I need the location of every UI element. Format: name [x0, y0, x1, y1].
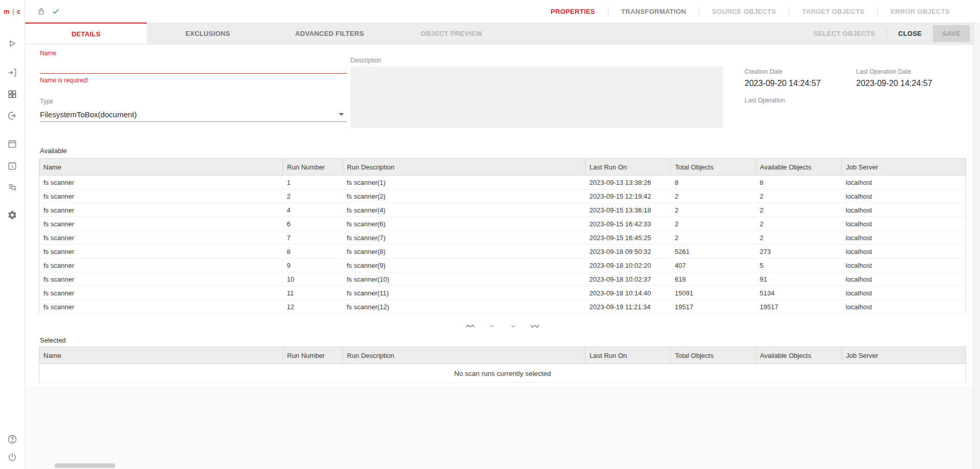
last-operation-date-value: 2023-09-20 14:24:57 — [856, 79, 932, 88]
available-table-header-row: NameRun NumberRun DescriptionLast Run On… — [39, 159, 966, 176]
name-input[interactable] — [40, 59, 347, 74]
nav-error-objects[interactable]: ERROR OBJECTS — [878, 8, 963, 15]
table-cell: fs scanner — [39, 189, 283, 203]
last-operation-label: Last Operation — [745, 97, 785, 104]
settings-icon-button[interactable] — [0, 206, 25, 224]
column-header[interactable]: Total Objects — [671, 347, 756, 364]
tab-object-preview[interactable]: OBJECT PREVIEW — [390, 23, 512, 44]
tab-advanced-filters[interactable]: ADVANCED FILTERS — [269, 23, 390, 44]
table-cell: 8 — [756, 176, 842, 189]
select-objects-button[interactable]: SELECT OBJECTS — [808, 25, 882, 42]
status-icons — [25, 7, 60, 15]
table-cell: fs scanner(4) — [343, 203, 585, 217]
table-cell: fs scanner — [39, 286, 283, 300]
table-row[interactable]: fs scanner2fs scanner(2)2023-09-15 12:19… — [39, 189, 966, 203]
column-header[interactable]: Available Objects — [756, 347, 842, 364]
column-header[interactable]: Last Run On — [585, 347, 671, 364]
nav-source-objects[interactable]: SOURCE OBJECTS — [700, 8, 789, 15]
table-cell: 2023-09-13 13:38:26 — [585, 176, 671, 189]
column-header[interactable]: Job Server — [842, 159, 966, 176]
logs-icon[interactable] — [0, 179, 25, 196]
column-header[interactable]: Available Objects — [756, 159, 842, 176]
type-select[interactable]: FilesystemToBox(document) — [40, 107, 347, 122]
table-row[interactable]: fs scanner6fs scanner(6)2023-09-15 16:42… — [39, 217, 966, 231]
column-header[interactable]: Last Run On — [585, 159, 671, 176]
table-row[interactable]: fs scanner11fs scanner(11)2023-09-18 10:… — [39, 286, 966, 300]
horizontal-scrollbar-thumb[interactable] — [55, 463, 115, 468]
exporters-icon[interactable] — [0, 107, 25, 124]
creation-date-label: Creation Date — [745, 68, 821, 75]
table-cell: fs scanner(12) — [343, 300, 585, 314]
description-input[interactable] — [351, 67, 723, 128]
table-cell: fs scanner(11) — [343, 286, 585, 300]
table-cell: 2 — [671, 217, 756, 231]
play-icon — [7, 38, 17, 49]
table-cell: 12 — [283, 300, 343, 314]
table-cell: 7 — [283, 231, 343, 245]
last-operation-block: Last Operation — [745, 97, 785, 108]
gear-icon — [7, 210, 17, 220]
migration-sets-icon[interactable] — [0, 86, 25, 103]
type-select-value: FilesystemToBox(document) — [40, 110, 137, 119]
available-table: NameRun NumberRun DescriptionLast Run On… — [39, 158, 966, 314]
table-row[interactable]: fs scanner1fs scanner(1)2023-09-13 13:38… — [39, 176, 966, 189]
nav-target-objects[interactable]: TARGET OBJECTS — [789, 8, 877, 15]
save-button[interactable]: SAVE — [933, 25, 970, 42]
column-header[interactable]: Run Description — [343, 347, 585, 364]
vertical-scrollbar-track[interactable] — [973, 23, 980, 469]
scheduler-icon[interactable] — [0, 135, 25, 153]
scroll-down-button[interactable] — [506, 320, 520, 332]
table-row[interactable]: fs scanner12fs scanner(12)2023-09-19 11:… — [39, 300, 966, 314]
table-cell: localhost — [842, 300, 966, 314]
column-header[interactable]: Run Number — [283, 347, 343, 364]
column-header[interactable]: Name — [39, 159, 283, 176]
column-header[interactable]: Run Description — [343, 159, 585, 176]
table-row[interactable]: fs scanner8fs scanner(8)2023-09-18 09:50… — [39, 245, 966, 259]
chevron-down-icon — [339, 113, 344, 116]
column-header[interactable]: Run Number — [283, 159, 343, 176]
table-cell: fs scanner(8) — [343, 245, 585, 259]
table-cell: fs scanner(9) — [343, 259, 585, 272]
scheduled-jobs-icon[interactable]: 5 — [0, 157, 25, 175]
logout-button[interactable] — [0, 449, 25, 466]
table-cell: fs scanner — [39, 203, 283, 217]
table-cell: 2 — [756, 189, 842, 203]
table-cell: 1 — [283, 176, 343, 189]
tabbar: DETAILS EXCLUSIONS ADVANCED FILTERS OBJE… — [25, 23, 980, 45]
login-icon — [7, 68, 17, 78]
table-row[interactable]: fs scanner7fs scanner(7)2023-09-15 16:45… — [39, 231, 966, 245]
nav-transformation[interactable]: TRANSFORMATION — [608, 8, 699, 15]
column-header[interactable]: Total Objects — [671, 159, 756, 176]
column-header[interactable]: Job Server — [842, 347, 966, 364]
run-migration-icon[interactable] — [0, 35, 25, 52]
check-icon — [52, 7, 60, 15]
app-logo: m⋮c — [0, 0, 25, 23]
sidebar: m⋮c 5 — [0, 0, 25, 469]
scroll-to-top-button[interactable] — [463, 320, 477, 332]
table-cell: 5261 — [671, 245, 756, 259]
table-cell: fs scanner(1) — [343, 176, 585, 189]
last-operation-date-label: Last Operation Date — [856, 68, 932, 75]
table-cell: localhost — [842, 176, 966, 189]
action-divider — [886, 29, 887, 38]
importers-icon[interactable] — [0, 64, 25, 81]
description-label: Description — [351, 57, 723, 64]
tab-exclusions[interactable]: EXCLUSIONS — [147, 23, 269, 44]
table-row[interactable]: fs scanner4fs scanner(4)2023-09-15 13:36… — [39, 203, 966, 217]
nav-properties[interactable]: PROPERTIES — [538, 8, 608, 15]
table-cell: fs scanner — [39, 176, 283, 189]
scroll-up-button[interactable] — [485, 320, 499, 332]
table-row[interactable]: fs scanner9fs scanner(9)2023-09-18 10:02… — [39, 259, 966, 272]
table-cell: 2023-09-15 13:36:18 — [585, 203, 671, 217]
grid-icon — [7, 89, 17, 99]
tab-details[interactable]: DETAILS — [25, 23, 147, 44]
double-chevron-up-icon — [465, 323, 476, 330]
table-cell: 2023-09-15 16:45:25 — [585, 231, 671, 245]
table-row[interactable]: fs scanner10fs scanner(10)2023-09-18 10:… — [39, 272, 966, 286]
close-button[interactable]: CLOSE — [892, 25, 928, 42]
help-button[interactable] — [0, 431, 25, 448]
column-header[interactable]: Name — [39, 347, 283, 364]
table-cell: 2023-09-18 09:50:32 — [585, 245, 671, 259]
scroll-to-bottom-button[interactable] — [528, 320, 542, 332]
table-cell: localhost — [842, 272, 966, 286]
